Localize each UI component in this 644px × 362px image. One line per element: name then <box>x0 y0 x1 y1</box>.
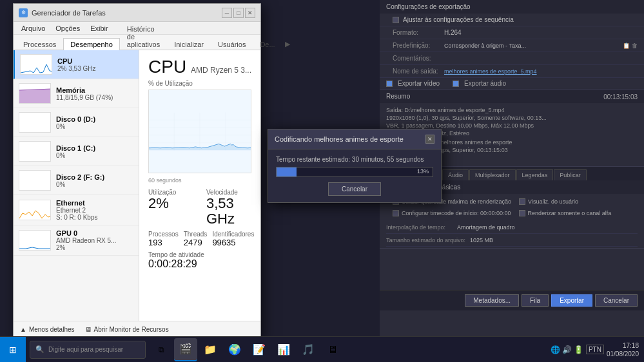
disk2-detail: 0% <box>56 181 133 188</box>
disk0-detail: 0% <box>56 123 133 130</box>
tab-processos[interactable]: Processos <box>16 38 63 50</box>
export-config-title: Configurações de exportação <box>386 3 471 10</box>
encoding-dialog: Codificando melhores animes de esporte ✕… <box>268 129 442 203</box>
search-placeholder: Digite aqui para pesquisar <box>48 346 123 353</box>
task-manager-titlebar: ⚙ Gerenciador de Tarefas ─ □ ✕ <box>14 4 260 22</box>
performance-sidebar: CPU 2% 3,53 GHz Memória 11,8/15,9 GB (74… <box>14 50 139 321</box>
sidebar-item-disk0[interactable]: Disco 0 (D:) 0% <box>14 108 139 137</box>
volume-icon[interactable]: 🔊 <box>562 345 572 354</box>
less-details-button[interactable]: ▲ Menos detalhes <box>20 326 75 333</box>
cancel-premiere-button[interactable]: Cancelar <box>595 294 638 307</box>
start-button[interactable]: ⊞ <box>0 337 26 363</box>
restore-button[interactable]: □ <box>233 8 244 18</box>
tab-inicializar[interactable]: Inicializar <box>167 38 211 50</box>
encoding-header: Codificando melhores animes de esporte ✕ <box>268 129 441 149</box>
menu-exibir[interactable]: Exibir <box>85 23 113 33</box>
close-button[interactable]: ✕ <box>245 8 255 18</box>
sidebar-item-ethernet[interactable]: Ethernet Ethernet 2 S: 0 R: 0 Kbps <box>14 195 139 225</box>
timecode-checkbox[interactable] <box>393 210 399 216</box>
taskbar-app-other[interactable]: 🖥 <box>321 338 344 361</box>
tab-audio[interactable]: Áudio <box>442 169 469 180</box>
taskview-button[interactable]: ⧉ <box>150 338 173 361</box>
disk1-detail: 0% <box>56 152 133 159</box>
sidebar-item-memory[interactable]: Memória 11,8/15,9 GB (74%) <box>14 79 139 108</box>
disk2-info: Disco 2 (F: G:) 0% <box>56 173 133 188</box>
export-button[interactable]: Exportar <box>551 294 592 307</box>
tab-desempenho[interactable]: Desempenho <box>63 38 119 50</box>
taskbar-app-media[interactable]: 🎵 <box>297 338 320 361</box>
network-icon[interactable]: 🌐 <box>551 345 560 354</box>
identifiers-value: 99635 <box>212 238 254 247</box>
interp-value: Amortagem de quadro <box>457 224 631 231</box>
util-label: % de Utilização <box>148 80 251 87</box>
sidebar-item-gpu[interactable]: GPU 0 AMD Radeon RX 5... 2% <box>14 225 139 256</box>
eth-thumbnail <box>19 200 51 220</box>
preset-label: Predefinição: <box>393 42 444 49</box>
tab-arrow-right[interactable]: ▶ <box>282 39 293 50</box>
encoding-progress-text: 13% <box>417 168 429 175</box>
encoding-title: Codificando melhores animes de esporte <box>275 135 404 143</box>
tab-historico[interactable]: Histórico de aplicativos <box>120 23 167 50</box>
speed-stat-value: 3,53 GHz <box>206 196 251 227</box>
task-manager-body: CPU 2% 3,53 GHz Memória 11,8/15,9 GB (74… <box>14 50 260 321</box>
threads-label: Threads <box>184 231 208 238</box>
resume-header: Resumo 00:13:15:03 <box>380 90 644 103</box>
interp-label: Interpolação de tempo: <box>386 224 457 231</box>
filesize-row: Tamanho estimado do arquivo: 1025 MB <box>386 234 638 247</box>
encoding-progress-bar: 13% <box>276 167 433 177</box>
cpu-main-subtitle: AMD Ryzen 5 3... <box>191 66 251 75</box>
comments-row: Comentários: <box>380 52 644 65</box>
format-label: Formato: <box>393 29 444 36</box>
encoding-cancel-button[interactable]: Cancelar <box>328 182 381 196</box>
disk0-thumbnail <box>19 112 51 133</box>
identifiers-stat: Identificadores 99635 <box>212 231 254 247</box>
app-icon: ⚙ <box>19 8 28 17</box>
svg-marker-0 <box>19 89 51 104</box>
search-icon: 🔍 <box>35 345 44 354</box>
lang-indicator[interactable]: PTN <box>586 345 604 354</box>
tab-publicar[interactable]: Publicar <box>554 169 587 180</box>
timecode: 00:13:15:03 <box>603 93 638 100</box>
format-value: H.264 <box>444 29 638 36</box>
tab-legendas[interactable]: Legendas <box>516 169 554 180</box>
less-details-label: Menos detalhes <box>29 326 75 333</box>
taskbar-clock[interactable]: 17:18 01/08/2020 <box>607 341 639 358</box>
encoding-cancel-row: Cancelar <box>276 182 433 196</box>
export-video-checkbox[interactable] <box>386 81 393 87</box>
output-value[interactable]: melhores animes de esporte_5.mp4 <box>444 68 638 75</box>
util-stat: Utilização 2% <box>148 189 193 227</box>
disk1-thumbnail <box>19 141 51 162</box>
taskbar-app-chrome[interactable]: 🌍 <box>223 338 246 361</box>
processes-stat: Processos 193 <box>148 231 179 247</box>
export-config-header: Configurações de exportação <box>380 0 644 14</box>
search-bar[interactable]: 🔍 Digite aqui para pesquisar <box>30 341 146 359</box>
alpha-checkbox[interactable] <box>519 210 525 216</box>
taskbar-app-premiere[interactable]: 🎬 <box>174 338 197 361</box>
sidebar-item-disk2[interactable]: Disco 2 (F: G:) 0% <box>14 166 139 195</box>
filesize-value: 1025 MB <box>470 237 631 243</box>
processes-label: Processos <box>148 231 179 238</box>
sidebar-item-cpu[interactable]: CPU 2% 3,53 GHz <box>14 50 139 79</box>
open-monitor-button[interactable]: 🖥 Abrir Monitor de Recursos <box>85 326 169 333</box>
export-audio-checkbox[interactable] <box>453 81 459 87</box>
battery-icon[interactable]: 🔋 <box>574 345 583 354</box>
taskbar-app-explorer[interactable]: 📁 <box>199 338 222 361</box>
taskbar-app-excel[interactable]: 📊 <box>272 338 295 361</box>
metadata-button[interactable]: Metadados... <box>465 294 519 307</box>
cpu-info: CPU 2% 3,53 GHz <box>57 57 133 72</box>
tab-de[interactable]: De... <box>253 38 282 50</box>
visualize-checkbox[interactable] <box>519 198 525 205</box>
window-title: Gerenciador de Tarefas <box>32 9 106 17</box>
menu-arquivo[interactable]: Arquivo <box>16 23 50 33</box>
adjust-seq-checkbox[interactable] <box>393 17 399 23</box>
tab-usuarios[interactable]: Usuários <box>211 38 253 50</box>
minimize-button[interactable]: ─ <box>222 8 232 18</box>
fila-button[interactable]: Fila <box>522 294 549 307</box>
clock-date: 01/08/2020 <box>607 350 639 358</box>
comments-label: Comentários: <box>393 55 444 62</box>
sidebar-item-disk1[interactable]: Disco 1 (C:) 0% <box>14 137 139 166</box>
menu-opcoes[interactable]: Opções <box>50 23 85 33</box>
encoding-close-button[interactable]: ✕ <box>425 135 434 144</box>
taskbar-app-word[interactable]: 📝 <box>248 338 271 361</box>
tab-multiplexador[interactable]: Multiplexador <box>469 169 516 180</box>
